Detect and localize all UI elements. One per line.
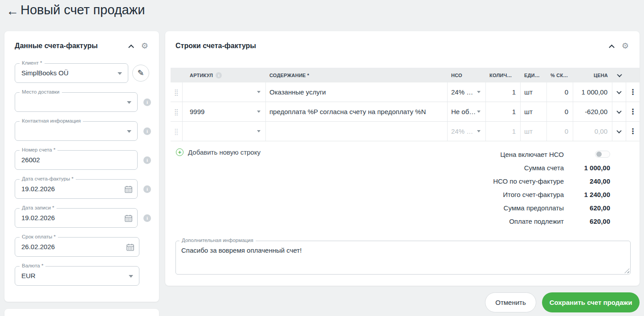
invoice-number-label: Номер счета * bbox=[20, 147, 57, 152]
plus-circle-icon: + bbox=[176, 148, 183, 156]
table-columns-toggle[interactable] bbox=[612, 68, 626, 82]
prepayment-label: Сумма предоплаты bbox=[504, 204, 564, 212]
currency-value: EUR bbox=[21, 272, 121, 279]
unit-input[interactable]: шт bbox=[521, 82, 547, 102]
drag-handle[interactable]: ⣿ bbox=[171, 82, 183, 102]
col-discount-header: % СК… bbox=[547, 68, 573, 82]
chevron-down-icon bbox=[127, 130, 131, 133]
price-includes-vat-toggle[interactable] bbox=[595, 151, 610, 158]
drag-handle-icon: ⣿ bbox=[174, 108, 179, 115]
vat-select[interactable]: 24% … bbox=[448, 122, 486, 141]
collapse-panel-button[interactable] bbox=[129, 44, 133, 48]
chevron-down-icon bbox=[616, 89, 621, 94]
table-header-row: АРТИКУЛ i СОДЕРЖАНИЕ * НСО КОЛИЧ… ЕДИ… %… bbox=[171, 68, 640, 82]
prepayment-value: 620,00 bbox=[564, 204, 610, 212]
cancel-button[interactable]: Отменить bbox=[485, 292, 536, 312]
col-unit-header: ЕДИ… bbox=[521, 68, 547, 82]
kebab-menu-icon: ⋮ bbox=[629, 107, 637, 116]
expand-row-button[interactable] bbox=[612, 82, 626, 102]
drag-handle[interactable]: ⣿ bbox=[171, 102, 183, 121]
expand-row-button[interactable] bbox=[612, 102, 626, 121]
currency-select[interactable]: Валюта * EUR bbox=[15, 266, 139, 286]
vat-amount-label: НСО по счету-фактуре bbox=[493, 177, 564, 185]
quantity-input[interactable]: 1 bbox=[486, 122, 521, 141]
kebab-menu-icon: ⋮ bbox=[629, 87, 637, 97]
drag-handle-icon: ⣿ bbox=[174, 89, 179, 96]
invoice-date-field[interactable]: Дата счета-фактуры * 19.02.2026 bbox=[15, 179, 138, 199]
table-row: ⣿ Оказанные услуги 24% … 1 шт 0 1 000,00… bbox=[171, 82, 640, 102]
price-input[interactable]: -620,00 bbox=[573, 102, 612, 121]
invoice-number-field[interactable]: Номер счета * 26002 bbox=[15, 150, 138, 170]
price-includes-vat-label: Цена включает НСО bbox=[500, 151, 564, 158]
unit-input[interactable]: шт bbox=[521, 102, 547, 121]
delivery-place-select[interactable]: Место доставки bbox=[15, 92, 138, 112]
invoice-lines-panel: Строки счета-фактуры ⚙ АРТИКУЛ i СОДЕРЖА… bbox=[165, 31, 640, 286]
expand-row-button[interactable] bbox=[612, 122, 626, 141]
chevron-down-icon bbox=[477, 91, 481, 93]
delivery-place-label: Место доставки bbox=[20, 89, 62, 94]
col-price-header: ЦЕНА bbox=[573, 68, 612, 82]
vat-select[interactable]: 24% … bbox=[448, 82, 486, 102]
client-value: SimplBooks OÜ bbox=[21, 69, 110, 77]
toggle-knob bbox=[596, 152, 602, 157]
gear-icon[interactable]: ⚙ bbox=[622, 42, 629, 50]
page-header: ← Новый счет продажи bbox=[0, 0, 644, 29]
quantity-input[interactable]: 1 bbox=[486, 82, 521, 102]
due-date-field[interactable]: Срок оплаты * 26.02.2026 bbox=[15, 237, 139, 257]
subtotal-label: Сумма счета bbox=[524, 164, 564, 172]
info-icon: i bbox=[216, 72, 222, 78]
article-select[interactable] bbox=[183, 82, 266, 102]
collapse-panel-button[interactable] bbox=[610, 44, 614, 48]
table-row: ⣿ 9999 предоплата %P согласна счету на п… bbox=[171, 102, 640, 122]
row-menu-button[interactable]: ⋮ bbox=[626, 122, 640, 141]
resize-handle[interactable] bbox=[624, 268, 629, 273]
additional-info-label: Дополнительная информация bbox=[179, 238, 256, 243]
article-select[interactable] bbox=[183, 122, 266, 141]
calendar-icon[interactable] bbox=[126, 243, 134, 253]
row-menu-button[interactable]: ⋮ bbox=[626, 102, 640, 121]
contact-info-select[interactable]: Контактная информация bbox=[15, 121, 138, 141]
discount-input[interactable]: 0 bbox=[547, 82, 573, 102]
pencil-icon: ✎ bbox=[137, 68, 144, 78]
save-invoice-button[interactable]: Сохранить счет продажи bbox=[542, 292, 640, 312]
quantity-input[interactable]: 1 bbox=[486, 102, 521, 121]
chevron-down-icon bbox=[477, 130, 481, 132]
content-input[interactable]: предоплата %P согласна счету на предопла… bbox=[266, 102, 448, 121]
add-row-button[interactable]: + Добавить новую строку bbox=[176, 148, 261, 156]
vat-select[interactable]: Не об… bbox=[448, 102, 486, 121]
additional-info-value: Спасибо за вовремя оплаченный счет! bbox=[181, 246, 302, 254]
chevron-down-icon bbox=[127, 101, 131, 104]
discount-input[interactable]: 0 bbox=[547, 122, 573, 141]
gear-icon[interactable]: ⚙ bbox=[141, 42, 148, 50]
row-menu-button[interactable]: ⋮ bbox=[626, 82, 640, 102]
chevron-up-icon bbox=[609, 44, 615, 50]
additional-info-textarea[interactable]: Дополнительная информация Спасибо за вов… bbox=[175, 241, 631, 275]
price-input[interactable]: 1 000,00 bbox=[573, 82, 612, 102]
col-article-header: АРТИКУЛ i bbox=[183, 68, 266, 82]
client-label: Клиент * bbox=[20, 60, 45, 66]
amount-due-value: 620,00 bbox=[564, 218, 610, 225]
chevron-down-icon bbox=[616, 108, 621, 113]
drag-handle[interactable]: ⣿ bbox=[171, 122, 183, 141]
record-date-field[interactable]: Дата записи * 19.02.2026 bbox=[15, 208, 138, 228]
article-select[interactable]: 9999 bbox=[183, 102, 266, 121]
col-drag bbox=[171, 68, 183, 82]
chevron-up-icon bbox=[128, 44, 134, 50]
discount-input[interactable]: 0 bbox=[547, 102, 573, 121]
chevron-down-icon bbox=[477, 111, 481, 113]
invoice-lines-title: Строки счета-фактуры bbox=[175, 42, 610, 50]
edit-client-button[interactable]: ✎ bbox=[132, 65, 149, 82]
col-menu bbox=[626, 68, 640, 82]
content-input[interactable]: Оказанные услуги bbox=[266, 82, 448, 102]
content-input[interactable] bbox=[266, 122, 448, 141]
calendar-icon[interactable] bbox=[125, 185, 132, 195]
totals-block: Цена включает НСО Сумма счета 1 000,00 Н… bbox=[423, 148, 610, 228]
info-icon: i bbox=[143, 156, 151, 164]
chevron-down-icon bbox=[129, 275, 133, 278]
calendar-icon[interactable] bbox=[125, 214, 132, 224]
price-input[interactable]: 0,00 bbox=[573, 122, 612, 141]
col-content-header: СОДЕРЖАНИЕ * bbox=[266, 68, 448, 82]
unit-input[interactable]: шт bbox=[521, 122, 547, 141]
back-arrow-icon[interactable]: ← bbox=[6, 4, 19, 19]
client-select[interactable]: Клиент * SimplBooks OÜ bbox=[15, 63, 128, 83]
